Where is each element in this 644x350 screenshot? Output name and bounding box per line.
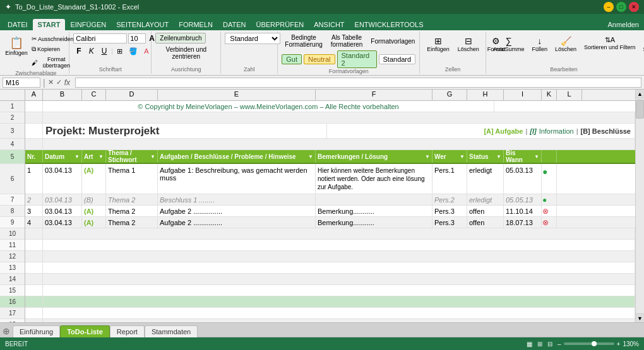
cell-nr-3[interactable]: 3 xyxy=(25,206,43,216)
cell-biswann-4[interactable]: 18.07.13 xyxy=(504,217,542,228)
cell-a3[interactable] xyxy=(25,124,43,138)
cell-art-1[interactable]: (A) xyxy=(82,164,106,194)
cell-a10[interactable] xyxy=(25,228,43,239)
cell-rest-12[interactable] xyxy=(43,251,635,262)
cell-rest-2[interactable] xyxy=(43,112,635,123)
cell-rest-16[interactable] xyxy=(43,296,635,307)
scroll-thumb[interactable] xyxy=(636,100,644,119)
col-header-g[interactable]: G xyxy=(432,90,467,100)
cell-aufgaben-3[interactable]: Aufgabe 2 ............... xyxy=(158,206,316,216)
underline-button[interactable]: U xyxy=(98,45,110,57)
cell-biswann-2[interactable]: 05.05.13 xyxy=(504,194,542,205)
italic-button[interactable]: K xyxy=(86,45,97,57)
header-status[interactable]: Status ▼ xyxy=(467,150,504,163)
row-header-10[interactable]: 10 xyxy=(0,228,25,240)
cell-datum-4[interactable]: 03.04.13 xyxy=(43,217,82,228)
scroll-down-button[interactable]: ▼ xyxy=(636,313,644,322)
cell-thema-1[interactable]: Thema 1 xyxy=(106,164,158,194)
row-header-11[interactable]: 11 xyxy=(0,240,25,251)
font-size-input[interactable] xyxy=(128,33,146,44)
cell-biswann-1[interactable]: 05.03.13 xyxy=(504,164,542,194)
filter-bemerkungen-icon[interactable]: ▼ xyxy=(425,154,430,160)
header-bemerkungen[interactable]: Bemerkungen / Lösung ▼ xyxy=(316,150,432,163)
cell-rest-14[interactable] xyxy=(43,274,635,284)
paste-button[interactable]: 📋 Einfügen xyxy=(5,34,28,58)
cell-a15[interactable] xyxy=(25,285,43,296)
cell-status-2[interactable]: erledigt xyxy=(467,194,504,205)
view-page-icon[interactable]: ⊟ xyxy=(547,341,552,347)
filter-status-icon[interactable]: ▼ xyxy=(496,154,501,160)
cell-datum-2[interactable]: 03.04.13 xyxy=(43,194,82,205)
find-select-button[interactable]: 🔍 Suchen und Auswählen xyxy=(640,34,644,54)
cell-wer-1[interactable]: Pers.1 xyxy=(432,164,467,194)
col-header-a[interactable]: A xyxy=(25,90,43,100)
view-normal-icon[interactable]: ▦ xyxy=(527,341,532,347)
close-button[interactable]: ✕ xyxy=(629,2,639,12)
add-sheet-button[interactable]: ⊕ xyxy=(0,326,13,336)
col-header-i[interactable]: I xyxy=(504,90,542,100)
row-header-15[interactable]: 15 xyxy=(0,285,25,296)
header-aufgaben[interactable]: Aufgaben / Beschlüsse / Probleme / Hinwe… xyxy=(158,150,316,163)
wrap-text-button[interactable]: Zeilenumbruch xyxy=(155,33,206,44)
col-header-l[interactable]: L xyxy=(557,90,582,100)
row-header-1[interactable]: 1 xyxy=(0,101,25,112)
cell-b3-title[interactable]: Projekt: Musterprojekt xyxy=(43,124,327,138)
as-table-button[interactable]: Als Tabelle formatieren xyxy=(328,33,366,49)
row-header-2[interactable]: 2 xyxy=(0,112,25,124)
cell-a11[interactable] xyxy=(25,240,43,250)
tab-ansicht[interactable]: ANSICHT xyxy=(309,19,349,30)
cell-rest-10[interactable] xyxy=(43,228,635,239)
col-header-d[interactable]: D xyxy=(106,90,158,100)
row-header-8[interactable]: 8 xyxy=(0,206,25,217)
col-header-f[interactable]: F xyxy=(316,90,432,100)
filter-wer-icon[interactable]: ▼ xyxy=(460,154,465,160)
sort-filter-button[interactable]: ⇅A Sortieren und Filtern xyxy=(581,34,639,52)
sign-in-button[interactable]: Anmelden xyxy=(602,19,644,30)
cell-rest-13[interactable] xyxy=(43,262,635,273)
cell-styles-button[interactable]: Formatvorlagen xyxy=(367,37,418,46)
zoom-out-button[interactable]: – xyxy=(558,341,561,347)
tab-entwicklertools[interactable]: ENTWICKLERTOOLS xyxy=(350,19,429,30)
col-header-b[interactable]: B xyxy=(43,90,82,100)
header-thema[interactable]: Thema / Stichwort ▼ xyxy=(106,150,158,163)
cell-bemerkungen-3[interactable]: Bemerkung........... xyxy=(316,206,432,216)
zoom-thumb[interactable] xyxy=(592,341,597,346)
cell-thema-3[interactable]: Thema 2 xyxy=(106,206,158,216)
cell-art-3[interactable]: (A) xyxy=(82,206,106,216)
merge-center-button[interactable]: Verbinden und zentrieren xyxy=(155,45,217,61)
cell-art-2[interactable]: (B) xyxy=(82,194,106,205)
conditional-format-button[interactable]: Bedingte Formatierung xyxy=(282,33,325,49)
cell-rest-11[interactable] xyxy=(43,240,635,250)
filter-aufgaben-icon[interactable]: ▼ xyxy=(308,154,313,160)
filter-thema-icon[interactable]: ▼ xyxy=(150,154,155,160)
tab-todo-liste[interactable]: ToDo-Liste xyxy=(60,325,110,337)
cell-a14[interactable] xyxy=(25,274,43,284)
tab-seitenlayout[interactable]: SEITENLAYOUT xyxy=(111,19,174,30)
filter-art-icon[interactable]: ▼ xyxy=(98,154,104,160)
row-header-7[interactable]: 7 xyxy=(0,194,25,206)
header-art[interactable]: Art ▼ xyxy=(82,150,106,163)
row-header-16[interactable]: 16 xyxy=(0,296,25,308)
tab-report[interactable]: Report xyxy=(110,325,145,337)
cell-datum-1[interactable]: 03.04.13 xyxy=(43,164,82,194)
cell-biswann-3[interactable]: 11.10.14 xyxy=(504,206,542,216)
cell-nr-2[interactable]: 2 xyxy=(25,194,43,205)
cell-aufgaben-4[interactable]: Aufgabe 2 ............... xyxy=(158,217,316,228)
font-name-input[interactable] xyxy=(73,33,127,44)
cell-wer-3[interactable]: Pers.3 xyxy=(432,206,467,216)
cell-status-3[interactable]: offen xyxy=(467,206,504,216)
fill-color-button[interactable]: 🪣 xyxy=(126,46,140,57)
tab-start[interactable]: START xyxy=(33,19,66,30)
scroll-up-button[interactable]: ▲ xyxy=(636,90,644,98)
cell-a12[interactable] xyxy=(25,251,43,262)
row-header-13[interactable]: 13 xyxy=(0,262,25,274)
cell-datum-3[interactable]: 03.04.13 xyxy=(43,206,82,216)
cell-bemerkungen-2[interactable] xyxy=(316,194,432,205)
tab-ueberpruefen[interactable]: ÜBERPRÜFEN xyxy=(251,19,309,30)
cell-rest-15[interactable] xyxy=(43,285,635,296)
cell-a1[interactable] xyxy=(25,101,43,112)
header-nr[interactable]: Nr. xyxy=(25,150,43,163)
cell-wer-2[interactable]: Pers.2 xyxy=(432,194,467,205)
cell-aufgaben-2[interactable]: Beschluss 1 ........ xyxy=(158,194,316,205)
fill-button[interactable]: ↓ Füllen xyxy=(529,34,551,54)
